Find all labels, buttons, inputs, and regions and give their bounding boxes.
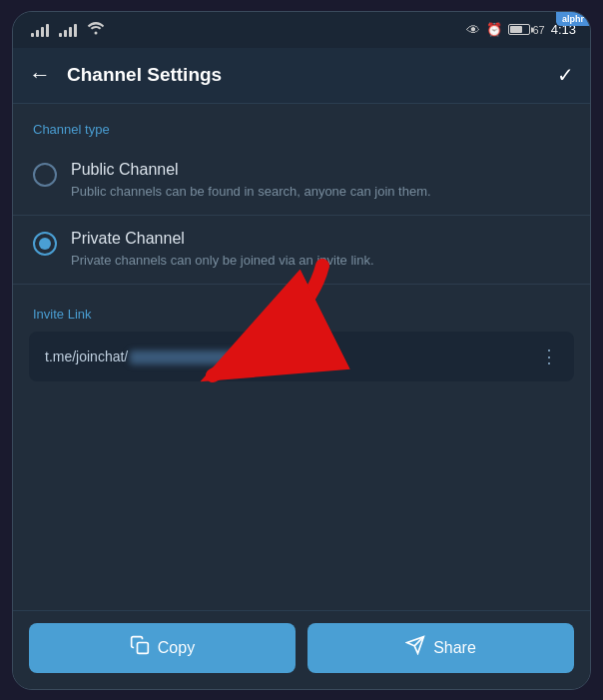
alphr-badge: alphr [556,12,590,26]
status-bar: 👁 ⏰ 67 4:13 [13,12,590,48]
battery-box [508,24,530,35]
public-channel-desc: Public channels can be found in search, … [71,183,570,201]
invite-link-box: t.me/joinchat/ ⋮ [29,332,574,381]
more-options-icon[interactable]: ⋮ [540,346,558,367]
alarm-icon: ⏰ [486,22,502,37]
private-channel-title: Private Channel [71,230,570,248]
radio-inner-dot [39,238,51,250]
share-icon [405,635,425,660]
confirm-button[interactable]: ✓ [557,63,574,87]
content-area: Channel type Public Channel Public chann… [13,104,590,610]
private-channel-radio[interactable] [33,232,57,256]
link-blurred-part [130,350,290,364]
status-left [31,21,105,38]
public-channel-radio[interactable] [33,163,57,187]
link-prefix: t.me/joinchat/ [45,349,128,364]
back-button[interactable]: ← [29,62,51,88]
invite-link-text: t.me/joinchat/ [45,349,532,364]
channel-type-section-label: Channel type [13,104,590,147]
copy-icon [130,635,150,660]
battery-percent: 67 [532,24,544,36]
divider-2 [13,284,590,285]
invite-link-section-label: Invite Link [13,289,590,332]
eye-icon: 👁 [466,22,480,38]
signal-bars-2 [59,23,77,37]
signal-group-1 [31,23,49,37]
battery-indicator: 67 [508,24,544,36]
share-label: Share [433,639,476,657]
toolbar: ← Channel Settings ✓ [13,48,590,104]
copy-label: Copy [158,639,195,657]
copy-button[interactable]: Copy [29,623,296,673]
battery-fill [510,26,522,33]
svg-rect-2 [137,643,148,654]
private-channel-text: Private Channel Private channels can onl… [71,230,570,270]
invite-link-section: Invite Link t.me/joinchat/ ⋮ [13,289,590,381]
public-channel-option[interactable]: Public Channel Public channels can be fo… [13,147,590,215]
phone-frame: alphr 👁 [12,11,591,690]
wifi-icon [87,21,105,38]
signal-bars-1 [31,23,49,37]
page-title: Channel Settings [67,64,557,86]
public-channel-title: Public Channel [71,161,570,179]
signal-group-2 [59,23,77,37]
public-channel-text: Public Channel Public channels can be fo… [71,161,570,201]
private-channel-desc: Private channels can only be joined via … [71,252,570,270]
share-button[interactable]: Share [307,623,574,673]
private-channel-option[interactable]: Private Channel Private channels can onl… [13,216,590,284]
bottom-bar: Copy Share [13,610,590,689]
